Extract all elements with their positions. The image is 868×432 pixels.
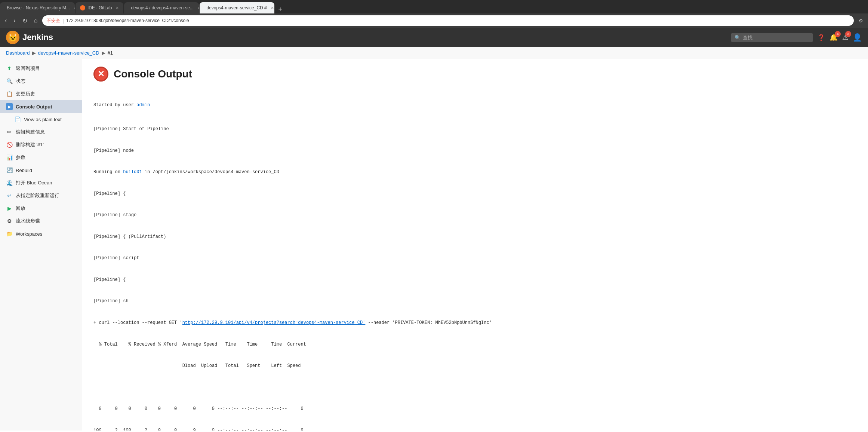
curl-url-1[interactable]: http://172.29.9.101/api/v4/projects?sear… bbox=[182, 320, 366, 325]
sidebar-item-workspaces[interactable]: 📁 Workspaces bbox=[0, 227, 82, 240]
sidebar-item-parameters-label: 参数 bbox=[16, 154, 25, 161]
sidebar-item-pipeline-steps-label: 流水线步骤 bbox=[16, 218, 40, 224]
fail-icon: ✕ bbox=[93, 67, 108, 82]
console-line-7: [Pipeline] { bbox=[93, 276, 857, 284]
address-input-area[interactable]: 不安全 | 172.29.9.101:8080/job/devops4-mave… bbox=[42, 15, 854, 26]
console-line-running-on: Running on build01 in /opt/jenkins/works… bbox=[93, 169, 857, 176]
sidebar-item-open-blue-ocean[interactable]: 🌊 打开 Blue Ocean bbox=[0, 177, 82, 189]
jenkins-logo[interactable]: 🐱 Jenkins bbox=[6, 31, 53, 44]
jenkins-header: 🐱 Jenkins 🔍 ❓ 🔔 4 ⚠ 3 👤 bbox=[0, 28, 868, 47]
jenkins-search-area: 🔍 ❓ bbox=[731, 33, 825, 42]
sidebar-item-restart-from-stage[interactable]: ↩ 从指定阶段重新运行 bbox=[0, 189, 82, 202]
main-content: ✕ Console Output Started by user admin [… bbox=[82, 59, 868, 431]
sidebar-item-parameters[interactable]: 📊 参数 bbox=[0, 151, 82, 164]
breadcrumb: Dashboard ▶ devops4-maven-service_CD ▶ #… bbox=[0, 47, 868, 59]
search-input[interactable] bbox=[743, 35, 803, 40]
browser-tab-2[interactable]: IDE · GitLab ✕ bbox=[76, 2, 123, 13]
workspaces-icon: 📁 bbox=[6, 230, 13, 237]
progress-row-1-1: 0 0 0 0 0 0 0 0 --:--:-- --:--:-- --:--:… bbox=[93, 405, 857, 413]
sidebar-item-view-as-plain-text[interactable]: 📄 View as plain text bbox=[0, 113, 82, 126]
address-separator: | bbox=[62, 18, 64, 24]
curl-line-1: + curl --location --request GET 'http://… bbox=[93, 319, 857, 327]
sidebar-item-change-history[interactable]: 📋 变更历史 bbox=[0, 88, 82, 100]
console-line-1: [Pipeline] Start of Pipeline bbox=[93, 126, 857, 133]
reload-button[interactable]: ↻ bbox=[21, 16, 29, 25]
breadcrumb-dashboard[interactable]: Dashboard bbox=[6, 50, 30, 56]
browser-tab-1[interactable]: Browse - Nexus Repository M... ✕ bbox=[0, 2, 75, 13]
sidebar-item-rebuild[interactable]: 🔄 Rebuild bbox=[0, 164, 82, 177]
sidebar-item-delete-build[interactable]: 🚫 删除构建 '#1' bbox=[0, 138, 82, 151]
tab-4-label: devops4-maven-service_CD # bbox=[206, 5, 267, 10]
sidebar-item-console-output[interactable]: ▶ Console Output bbox=[0, 100, 82, 113]
tab-2-close[interactable]: ✕ bbox=[116, 6, 119, 10]
tab-4-close[interactable]: ✕ bbox=[271, 6, 274, 10]
address-bar: ‹ › ↻ ⌂ 不安全 | 172.29.9.101:8080/job/devo… bbox=[0, 13, 868, 28]
admin-link[interactable]: admin bbox=[136, 102, 150, 108]
user-icon[interactable]: 👤 bbox=[853, 33, 862, 42]
extensions-button[interactable]: ⚙ bbox=[857, 17, 865, 24]
sidebar-item-replay-label: 回放 bbox=[16, 205, 25, 212]
back-button[interactable]: ‹ bbox=[3, 16, 9, 25]
sidebar: ⬆ 返回到项目 🔍 状态 📋 变更历史 ▶ Console Output 📄 V… bbox=[0, 59, 82, 431]
sidebar-item-blue-ocean-label: 打开 Blue Ocean bbox=[16, 180, 52, 186]
breadcrumb-sep-1: ▶ bbox=[32, 50, 36, 56]
curl-prefix-1: + curl --location --request GET ' bbox=[93, 320, 182, 325]
status-icon: 🔍 bbox=[6, 78, 13, 85]
sidebar-item-status-label: 状态 bbox=[16, 78, 25, 85]
browser-chrome: Browse - Nexus Repository M... ✕ IDE · G… bbox=[0, 0, 868, 28]
console-line-8: [Pipeline] sh bbox=[93, 298, 857, 305]
edit-build-icon: ✏ bbox=[6, 129, 13, 135]
tab-2-label: IDE · GitLab bbox=[87, 5, 112, 10]
help-icon[interactable]: ❓ bbox=[818, 34, 825, 41]
sidebar-item-plain-text-label: View as plain text bbox=[24, 117, 62, 122]
home-button[interactable]: ⌂ bbox=[32, 16, 40, 25]
sidebar-item-change-history-label: 变更历史 bbox=[16, 91, 35, 97]
progress-header-1: % Total % Received % Xferd Average Speed… bbox=[93, 341, 857, 348]
tab-3-close[interactable]: ✕ bbox=[197, 6, 199, 10]
sidebar-item-pipeline-steps[interactable]: ⚙ 流水线步骤 bbox=[0, 215, 82, 227]
breadcrumb-sep-2: ▶ bbox=[102, 50, 105, 56]
sidebar-item-status[interactable]: 🔍 状态 bbox=[0, 75, 82, 88]
progress-empty-1 bbox=[93, 384, 857, 391]
console-line-5: [Pipeline] { (PullArtifact) bbox=[93, 233, 857, 240]
sidebar-item-edit-build-info[interactable]: ✏ 编辑构建信息 bbox=[0, 126, 82, 138]
build01-link[interactable]: build01 bbox=[123, 169, 142, 175]
alert-icon[interactable]: ⚠ 3 bbox=[842, 33, 848, 42]
browser-tab-3[interactable]: devops4 / devops4-maven-se... ✕ bbox=[124, 2, 199, 13]
jenkins-title: Jenkins bbox=[22, 33, 53, 42]
console-output-header: ✕ Console Output bbox=[93, 67, 857, 82]
breadcrumb-job[interactable]: devops4-maven-service_CD bbox=[38, 50, 99, 56]
parameters-icon: 📊 bbox=[6, 154, 13, 161]
console-line-2: [Pipeline] node bbox=[93, 147, 857, 154]
pipeline-steps-icon: ⚙ bbox=[6, 218, 13, 224]
search-box[interactable]: 🔍 bbox=[731, 33, 813, 42]
console-line-6: [Pipeline] script bbox=[93, 255, 857, 262]
curl-suffix-1: --header 'PRIVATE-TOKEN: MhEV52bNpbUnnSf… bbox=[365, 320, 492, 325]
console-output-icon: ▶ bbox=[6, 103, 13, 110]
back-to-project-icon: ⬆ bbox=[6, 65, 13, 72]
sidebar-item-replay[interactable]: ▶ 回放 bbox=[0, 202, 82, 215]
tab-1-close[interactable]: ✕ bbox=[74, 6, 75, 10]
progress-sub-1: Dload Upload Total Spent Left Speed bbox=[93, 362, 857, 370]
browser-tab-4[interactable]: devops4-maven-service_CD # ✕ bbox=[200, 2, 274, 13]
new-tab-button[interactable]: + bbox=[278, 6, 282, 13]
notification-bell[interactable]: 🔔 4 bbox=[829, 33, 838, 42]
progress-row-1-2: 100 2 100 2 0 0 9 0 --:--:-- --:--:-- --… bbox=[93, 427, 857, 431]
sidebar-item-rebuild-label: Rebuild bbox=[16, 168, 32, 173]
alert-badge: 3 bbox=[845, 31, 851, 37]
sidebar-item-restart-label: 从指定阶段重新运行 bbox=[16, 192, 59, 199]
restart-from-stage-icon: ↩ bbox=[6, 192, 13, 199]
console-line-4: [Pipeline] stage bbox=[93, 212, 857, 219]
change-history-icon: 📋 bbox=[6, 91, 13, 97]
jenkins-logo-icon: 🐱 bbox=[6, 31, 19, 44]
console-output-title: Console Output bbox=[114, 68, 192, 80]
jenkins-logo-emoji: 🐱 bbox=[8, 33, 18, 42]
forward-button[interactable]: › bbox=[12, 16, 17, 25]
console-line-3: [Pipeline] { bbox=[93, 190, 857, 197]
browser-tabs: Browse - Nexus Repository M... ✕ IDE · G… bbox=[0, 0, 868, 13]
sidebar-item-back-to-project[interactable]: ⬆ 返回到项目 bbox=[0, 62, 82, 75]
search-icon: 🔍 bbox=[735, 35, 741, 40]
plain-text-icon: 📄 bbox=[14, 116, 21, 123]
fail-icon-symbol: ✕ bbox=[98, 69, 104, 79]
started-by-text: Started by user bbox=[93, 102, 136, 108]
